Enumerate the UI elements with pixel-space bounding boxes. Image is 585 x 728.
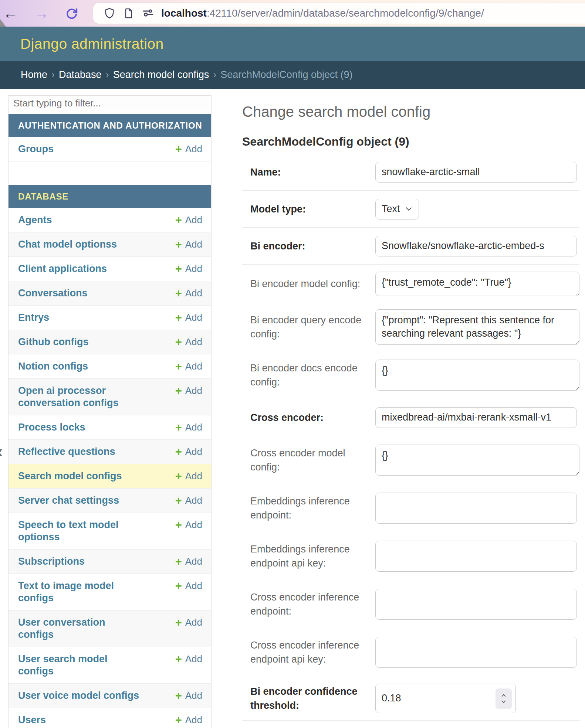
sidebar-row-agents: Agents+Add bbox=[9, 208, 211, 232]
add-speech-to-text-model-optionss-link[interactable]: +Add bbox=[175, 519, 202, 531]
sidebar-item-groups[interactable]: Groups bbox=[18, 143, 54, 155]
add-process-locks-link[interactable]: +Add bbox=[175, 421, 202, 433]
add-user-conversation-configs-link[interactable]: +Add bbox=[175, 616, 202, 629]
site-permissions-icon[interactable] bbox=[138, 3, 158, 24]
sidebar-row-speech-to-text-model-optionss: Speech to text model optionss+Add bbox=[9, 513, 211, 550]
add-client-applications-link[interactable]: +Add bbox=[175, 263, 202, 275]
sidebar-row-reflective-questions: Reflective questions+Add bbox=[9, 440, 211, 464]
bi-encoder-input[interactable] bbox=[375, 236, 577, 256]
add-plus-icon: + bbox=[175, 690, 182, 701]
cross-encoder-model-config-textarea[interactable] bbox=[375, 445, 579, 476]
bi-encoder-control bbox=[375, 236, 579, 256]
breadcrumb-link-home[interactable]: Home bbox=[21, 69, 47, 81]
bi-encoder-confidence-threshold-value: 0.18 bbox=[382, 693, 401, 704]
add-label: Add bbox=[185, 312, 202, 324]
form-row-bi-encoder-confidence-threshold: Bi encoder confidence threshold:0.18 bbox=[242, 676, 579, 721]
shield-icon[interactable] bbox=[100, 3, 119, 24]
sidebar-item-chat-model-optionss[interactable]: Chat model optionss bbox=[18, 238, 117, 251]
sidebar-item-reflective-questions[interactable]: Reflective questions bbox=[18, 446, 115, 458]
cross-encoder-control bbox=[375, 407, 579, 428]
add-plus-icon: + bbox=[175, 580, 182, 592]
sidebar-item-subscriptions[interactable]: Subscriptions bbox=[18, 555, 85, 568]
form-row-bi-encoder-model-config: Bi encoder model config: bbox=[242, 265, 579, 303]
add-reflective-questions-link[interactable]: +Add bbox=[175, 446, 202, 458]
bi-encoder-confidence-threshold-stepper[interactable]: 0.18 bbox=[375, 684, 516, 713]
add-label: Add bbox=[185, 690, 202, 702]
embeddings-inference-endpoint-input[interactable] bbox=[375, 493, 577, 524]
form-row-bi-encoder-docs-encode-config: Bi encoder docs encode config: bbox=[242, 351, 579, 399]
sidebar-item-user-search-model-configs[interactable]: User search model configs bbox=[18, 653, 140, 677]
cross-encoder-inference-endpoint-api-key-input[interactable] bbox=[375, 637, 577, 668]
sidebar-item-server-chat-settingss[interactable]: Server chat settingss bbox=[18, 494, 119, 507]
sidebar-item-conversations[interactable]: Conversations bbox=[18, 287, 88, 299]
sidebar-row-subscriptions: Subscriptions+Add bbox=[9, 550, 211, 574]
sidebar-item-client-applications[interactable]: Client applications bbox=[18, 263, 107, 275]
sidebar-item-process-locks[interactable]: Process locks bbox=[18, 421, 85, 433]
add-label: Add bbox=[185, 421, 202, 433]
breadcrumb-current: SearchModelConfig object (9) bbox=[220, 69, 352, 81]
add-open-ai-processor-conversation-configs-link[interactable]: +Add bbox=[175, 385, 202, 397]
page-info-icon[interactable] bbox=[119, 3, 138, 24]
form-row-embeddings-inference-endpoint-api-key: Embeddings inference endpoint api key: bbox=[242, 532, 579, 580]
add-plus-icon: + bbox=[175, 422, 182, 433]
add-chat-model-optionss-link[interactable]: +Add bbox=[175, 238, 202, 251]
embeddings-inference-endpoint-api-key-input[interactable] bbox=[375, 541, 577, 572]
sidebar-item-entrys[interactable]: Entrys bbox=[18, 312, 49, 324]
model-type-select[interactable]: Text bbox=[375, 199, 419, 220]
add-github-configs-link[interactable]: +Add bbox=[175, 336, 202, 348]
name-input[interactable] bbox=[375, 162, 577, 183]
sidebar-section-spacer bbox=[9, 161, 211, 185]
bi-encoder-query-encode-config-textarea[interactable] bbox=[375, 309, 579, 345]
add-notion-configs-link[interactable]: +Add bbox=[175, 360, 202, 372]
breadcrumb-link-database[interactable]: Database bbox=[59, 69, 102, 81]
bi-encoder-model-config-textarea[interactable] bbox=[375, 272, 579, 296]
sidebar-item-speech-to-text-model-optionss[interactable]: Speech to text model optionss bbox=[18, 519, 140, 543]
name-control bbox=[375, 162, 579, 183]
add-groups-link[interactable]: +Add bbox=[175, 143, 202, 155]
add-search-model-configs-link[interactable]: +Add bbox=[175, 470, 202, 482]
site-branding-title[interactable]: Django administration bbox=[20, 36, 164, 52]
browser-forward-button[interactable]: → bbox=[33, 0, 50, 27]
add-agents-link[interactable]: +Add bbox=[175, 214, 202, 226]
cross-encoder-input[interactable] bbox=[375, 407, 577, 428]
add-text-to-image-model-configs-link[interactable]: +Add bbox=[175, 580, 202, 592]
add-plus-icon: + bbox=[175, 617, 182, 628]
sidebar-item-search-model-configs[interactable]: Search model configs bbox=[18, 470, 122, 482]
stepper-down-icon bbox=[501, 699, 505, 703]
sidebar-row-conversations: Conversations+Add bbox=[9, 281, 211, 306]
sidebar-item-user-voice-model-configs[interactable]: User voice model configs bbox=[18, 690, 139, 702]
sidebar-toggle-button[interactable]: ‹ bbox=[0, 443, 3, 460]
sidebar-item-users[interactable]: Users bbox=[18, 714, 46, 726]
bi-encoder-docs-encode-config-textarea[interactable] bbox=[375, 360, 579, 391]
app-section-caption-database[interactable]: DATABASE bbox=[9, 185, 211, 208]
add-conversations-link[interactable]: +Add bbox=[175, 287, 202, 299]
add-subscriptions-link[interactable]: +Add bbox=[175, 555, 202, 568]
add-users-link[interactable]: +Add bbox=[175, 714, 202, 726]
app-section-caption-authentication-and-authorization[interactable]: AUTHENTICATION AND AUTHORIZATION bbox=[9, 114, 211, 137]
add-server-chat-settingss-link[interactable]: +Add bbox=[175, 494, 202, 507]
sidebar-item-text-to-image-model-configs[interactable]: Text to image model configs bbox=[18, 580, 140, 604]
address-bar[interactable]: localhost:42110/server/admin/database/se… bbox=[93, 3, 585, 24]
add-label: Add bbox=[185, 287, 202, 299]
stepper-buttons[interactable] bbox=[496, 688, 512, 709]
cross-encoder-inference-endpoint-input[interactable] bbox=[375, 589, 577, 620]
browser-back-button[interactable]: ← bbox=[2, 0, 18, 27]
sidebar-item-notion-configs[interactable]: Notion configs bbox=[18, 360, 88, 372]
url-host: localhost bbox=[161, 7, 207, 19]
sidebar-item-user-conversation-configs[interactable]: User conversation configs bbox=[18, 616, 140, 641]
add-entrys-link[interactable]: +Add bbox=[175, 312, 202, 324]
cross-encoder-model-config-control bbox=[375, 445, 579, 476]
add-plus-icon: + bbox=[175, 385, 182, 397]
sidebar-row-user-voice-model-configs: User voice model configs+Add bbox=[9, 684, 211, 708]
breadcrumb-link-search-model-configs[interactable]: Search model configs bbox=[113, 69, 209, 81]
add-plus-icon: + bbox=[175, 556, 182, 567]
bi-encoder-model-config-label: Bi encoder model config: bbox=[250, 277, 375, 291]
sidebar-item-github-configs[interactable]: Github configs bbox=[18, 336, 88, 348]
add-user-search-model-configs-link[interactable]: +Add bbox=[175, 653, 202, 665]
sidebar-item-agents[interactable]: Agents bbox=[18, 214, 52, 226]
sidebar-filter-input[interactable] bbox=[9, 96, 211, 111]
cross-encoder-inference-endpoint-api-key-control bbox=[375, 637, 579, 668]
sidebar-item-open-ai-processor-conversation-configs[interactable]: Open ai processor conversation configs bbox=[18, 385, 140, 409]
browser-refresh-button[interactable] bbox=[64, 0, 80, 27]
add-user-voice-model-configs-link[interactable]: +Add bbox=[175, 690, 202, 702]
